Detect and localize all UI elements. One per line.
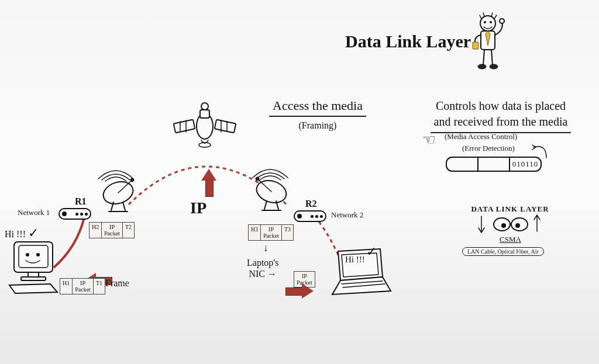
dish-icon-2 — [248, 175, 291, 214]
frame-h2-header: H2 — [89, 223, 102, 238]
svg-point-19 — [130, 178, 134, 182]
frame-h3: H3 IP Packet T3 — [248, 224, 294, 241]
frame-h2: H2 IP Packet T2 — [89, 222, 135, 238]
down-arrow-1: ↓ — [263, 242, 268, 254]
laptop-nic-l1: Laptop's — [247, 257, 278, 268]
ip-arrow-up — [202, 168, 216, 197]
csma-label: CSMA — [500, 235, 521, 244]
frame-h1-packet: IP Packet — [73, 279, 94, 294]
mac-label: (Media Access Control) — [445, 132, 517, 141]
r2-label: R2 — [305, 199, 317, 209]
access-media-block: Access the media (Framing) — [269, 98, 366, 131]
medium-block: DATA LINK LAYER — [457, 204, 563, 214]
check-icon-1: ✓ — [28, 226, 39, 241]
svg-rect-27 — [21, 277, 46, 280]
svg-point-24 — [26, 253, 29, 256]
network1-label: Network 1 — [18, 208, 50, 217]
access-sub: (Framing) — [269, 120, 366, 131]
diagram-stage: Data Link Layer Access the media (Framin… — [0, 0, 599, 364]
router-1-icon — [58, 208, 91, 220]
error-bits: 010110 — [510, 158, 541, 171]
network2-label: Network 2 — [331, 210, 363, 220]
svg-point-6 — [478, 64, 486, 69]
svg-rect-26 — [28, 272, 39, 277]
controls-block: Controls how data is placed and received… — [419, 98, 583, 133]
frame-h2-packet: IP Packet — [102, 223, 123, 238]
svg-point-25 — [36, 253, 40, 256]
frame-h3-header: H3 — [249, 225, 261, 240]
err-label: (Error Detection) — [462, 144, 515, 153]
medium-heading: DATA LINK LAYER — [457, 204, 563, 214]
laptop-nic-block: Laptop's NIC → — [247, 257, 278, 279]
svg-point-14 — [201, 103, 208, 110]
red-arrow-right — [285, 284, 315, 298]
frame-h3-trailer: T3 — [282, 225, 293, 240]
svg-point-5 — [500, 19, 504, 23]
controls-line2: and received from the media — [431, 114, 572, 133]
satellite-icon — [170, 98, 240, 154]
access-heading: Access the media — [269, 98, 366, 117]
check-icon-2: ✓ — [366, 244, 377, 259]
ip-label: IP — [190, 199, 206, 217]
router-2-icon — [294, 210, 326, 222]
svg-point-7 — [490, 64, 498, 69]
hi-label-1: Hi !!! — [5, 229, 26, 240]
svg-point-9 — [501, 223, 506, 228]
frame-h1-trailer: T1 — [94, 279, 105, 294]
svg-point-21 — [256, 177, 259, 181]
r1-label: R1 — [75, 196, 87, 207]
svg-rect-13 — [200, 110, 209, 118]
dish-icon-1 — [98, 176, 142, 215]
svg-rect-16 — [215, 120, 236, 133]
hi-label-2: Hi !!! — [345, 255, 365, 265]
frame-word: Frame — [105, 278, 129, 289]
svg-point-11 — [515, 223, 520, 228]
frame-h2-trailer: T2 — [123, 223, 134, 238]
controls-line1: Controls how data is placed — [419, 98, 583, 114]
hand-pointer-icon: ☞ — [422, 131, 436, 149]
presenter-character — [468, 13, 510, 71]
frame-h3-packet: IP Packet — [261, 225, 282, 240]
error-detection-frame: 010110 — [446, 157, 542, 172]
svg-point-1 — [484, 21, 486, 23]
media-list-pill: LAN Cable, Optical Fiber, Air — [462, 245, 544, 256]
eyes-icon — [478, 214, 543, 236]
frame-h1-header: H1 — [60, 279, 73, 294]
desktop-computer-icon — [7, 238, 66, 297]
svg-point-2 — [490, 21, 492, 23]
page-title: Data Link Layer — [345, 32, 471, 51]
laptop-nic-l2: NIC — [249, 269, 265, 279]
svg-rect-15 — [174, 120, 195, 133]
svg-rect-4 — [473, 42, 478, 49]
frame-h1: H1 IP Packet T1 — [60, 278, 105, 294]
